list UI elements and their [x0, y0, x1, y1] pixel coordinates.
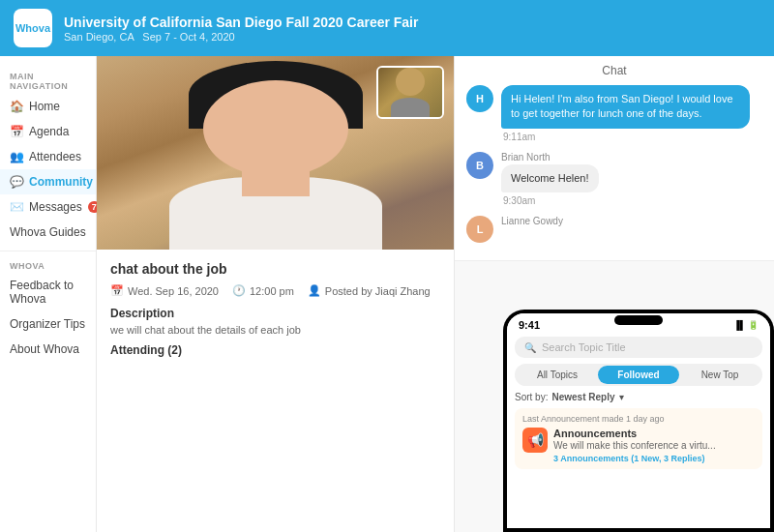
avatar-3: L — [466, 216, 493, 243]
sidebar: MAIN NAVIGATION 🏠 Home 📅 Agenda 👥 Attend… — [0, 56, 97, 532]
chat-message-3: L Lianne Gowdy — [466, 216, 762, 243]
wifi-icon: 🔋 — [748, 320, 759, 330]
sort-value: Newest Reply — [551, 392, 614, 402]
clock-icon: 🕐 — [232, 284, 246, 297]
location-text: San Diego, CA — [64, 31, 134, 43]
tab-new-top[interactable]: New Top — [679, 366, 760, 384]
tab-bar: All Topics Followed New Top — [515, 364, 762, 386]
face — [203, 80, 348, 177]
whova-section-label: WHOVA — [0, 257, 96, 273]
count-prefix: 3 Announcements ( — [553, 454, 634, 463]
chat-message-2: B Brian North Welcome Helen! 9:30am — [466, 152, 762, 206]
sidebar-item-about[interactable]: About Whova — [0, 337, 96, 362]
sidebar-item-guides[interactable]: Whova Guides — [0, 220, 96, 245]
sort-label: Sort by: — [515, 392, 548, 402]
chat-title: Chat — [466, 64, 762, 77]
header: Whova University of California San Diego… — [0, 0, 774, 56]
calendar-icon: 📅 — [110, 284, 124, 297]
announcement-text: Announcements We will make this conferen… — [553, 428, 755, 463]
event-time: 🕐 12:00 pm — [232, 284, 294, 297]
announcement-icon: 📢 — [522, 428, 548, 453]
avatar-1: H — [466, 85, 493, 112]
chat-sender-3: Lianne Gowdy — [501, 216, 762, 226]
sidebar-item-organizer[interactable]: Organizer Tips — [0, 311, 96, 337]
signal-icon: ▐▌ — [733, 320, 746, 330]
thumb-content — [378, 68, 442, 117]
sidebar-label-about: About Whova — [10, 342, 79, 356]
messages-icon: ✉️ — [10, 200, 23, 214]
sidebar-item-agenda[interactable]: 📅 Agenda — [0, 119, 96, 144]
sidebar-label-agenda: Agenda — [29, 125, 69, 138]
phone-screen: 9:41 ▐▌ 🔋 🔍 Search Topic Title — [507, 313, 770, 528]
person-icon: 👤 — [308, 284, 321, 297]
chat-sender-2: Brian North — [501, 152, 762, 163]
sidebar-label-guides: Whova Guides — [10, 225, 86, 239]
tab-followed[interactable]: Followed — [598, 366, 679, 384]
count-suffix: ) — [701, 454, 704, 463]
dates-text: Sep 7 - Oct 4, 2020 — [142, 31, 234, 43]
sidebar-item-home[interactable]: 🏠 Home — [0, 94, 96, 119]
event-image — [97, 56, 454, 250]
phone-body: 9:41 ▐▌ 🔋 🔍 Search Topic Title — [503, 310, 774, 532]
chat-time-1: 9:11am — [501, 132, 762, 142]
announcement-section: Last Announcement made 1 day ago 📢 Annou… — [515, 408, 762, 469]
event-info: chat about the job 📅 Wed. Sep 16, 2020 🕐… — [97, 250, 454, 532]
sort-chevron-icon: ▾ — [619, 392, 624, 402]
sidebar-item-feedback[interactable]: Feedback to Whova — [0, 273, 96, 311]
attendees-icon: 👥 — [10, 150, 23, 163]
event-date: 📅 Wed. Sep 16, 2020 — [110, 284, 219, 297]
face-container — [169, 61, 382, 250]
chat-section: Chat H Hi Helen! I'm also from San Diego… — [455, 56, 774, 261]
event-poster: 👤 Posted by Jiaqi Zhang — [308, 284, 431, 297]
nav-divider — [0, 251, 96, 251]
phone-icons: ▐▌ 🔋 — [733, 320, 759, 330]
home-icon: 🏠 — [10, 100, 23, 113]
event-panel: chat about the job 📅 Wed. Sep 16, 2020 🕐… — [97, 56, 455, 532]
sidebar-item-community[interactable]: 💬 Community — [0, 169, 96, 194]
tab-all-topics[interactable]: All Topics — [517, 366, 598, 384]
sidebar-label-home: Home — [29, 100, 60, 113]
event-title-header: University of California San Diego Fall … — [64, 14, 418, 31]
description-label: Description — [110, 307, 440, 320]
header-info: University of California San Diego Fall … — [64, 14, 418, 43]
phone-content: 🔍 Search Topic Title All Topics Followed… — [507, 333, 770, 528]
search-icon: 🔍 — [524, 342, 536, 353]
event-title: chat about the job — [110, 261, 440, 277]
event-meta: 📅 Wed. Sep 16, 2020 🕐 12:00 pm 👤 Posted … — [110, 284, 440, 297]
neck — [242, 167, 310, 196]
chat-bubble-2: Welcome Helen! — [501, 164, 599, 192]
search-bar[interactable]: 🔍 Search Topic Title — [515, 337, 762, 358]
whova-logo: Whova — [14, 9, 52, 47]
chat-time-2: 9:30am — [501, 195, 762, 206]
logo-text: Whova — [15, 22, 50, 34]
chat-bubble-container-3: Lianne Gowdy — [501, 216, 762, 243]
nav-label: MAIN NAVIGATION — [0, 66, 96, 94]
community-icon: 💬 — [10, 175, 23, 189]
content-area: chat about the job 📅 Wed. Sep 16, 2020 🕐… — [97, 56, 774, 532]
thumb-shoulders — [391, 98, 430, 117]
sidebar-label-organizer: Organizer Tips — [10, 317, 85, 331]
main-layout: MAIN NAVIGATION 🏠 Home 📅 Agenda 👥 Attend… — [0, 56, 774, 532]
announcement-count: 3 Announcements (1 New, 3 Replies) — [553, 454, 755, 463]
attending-label: Attending (2) — [110, 343, 440, 357]
thumb-face — [396, 68, 425, 96]
announcement-content: 📢 Announcements We will make this confer… — [522, 428, 755, 463]
sidebar-item-messages[interactable]: ✉️ Messages 7 — [0, 194, 96, 220]
announcement-desc: We will make this conference a virtu... — [553, 439, 755, 452]
description-text: we will chat about the details of each j… — [110, 324, 440, 336]
sidebar-label-feedback: Feedback to Whova — [10, 279, 86, 306]
chat-bubble-container-2: Brian North Welcome Helen! 9:30am — [501, 152, 762, 206]
count-new: 1 New — [634, 454, 659, 463]
count-replies: 3 Replies — [664, 454, 702, 463]
sort-row: Sort by: Newest Reply ▾ — [515, 392, 762, 402]
sidebar-item-attendees[interactable]: 👥 Attendees — [0, 144, 96, 169]
event-time-text: 12:00 pm — [250, 285, 294, 297]
thumbnail-overlay — [376, 66, 444, 119]
sidebar-label-messages: Messages — [29, 200, 82, 214]
search-placeholder: Search Topic Title — [542, 341, 626, 353]
chat-bubble-1: Hi Helen! I'm also from San Diego! I wou… — [501, 85, 750, 129]
chat-message-1: H Hi Helen! I'm also from San Diego! I w… — [466, 85, 762, 142]
phone-notch — [614, 315, 663, 325]
event-poster-text: Posted by Jiaqi Zhang — [325, 285, 431, 297]
avatar-2: B — [466, 152, 493, 179]
